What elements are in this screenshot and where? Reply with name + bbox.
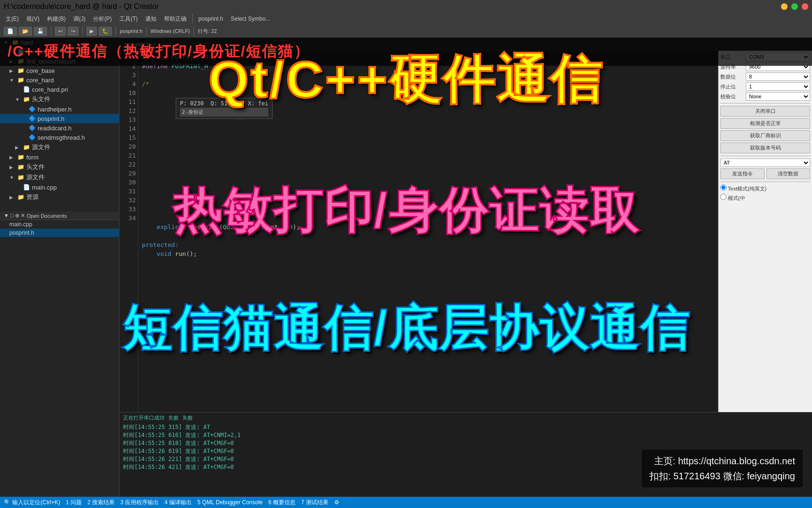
- statusbar-overview[interactable]: 6 概要信息: [268, 499, 296, 507]
- arrow-icon-ch: ▼: [9, 78, 17, 83]
- rp-check-select[interactable]: None: [746, 92, 810, 101]
- menu-file[interactable]: 文(E): [2, 15, 23, 23]
- toolbar-open[interactable]: 📂: [19, 27, 32, 36]
- toolbar-new[interactable]: 📄: [4, 27, 17, 36]
- sidebar-label-headers2: 头文件: [26, 163, 45, 171]
- tab-posprint[interactable]: posprint.h ✕: [119, 38, 163, 50]
- output-line-6: 时间[14:55:26 421] 发送: AT+CMGF=0: [123, 463, 808, 471]
- sidebar-item-hardhelper[interactable]: 🔷 hardhelper.h: [0, 104, 119, 114]
- sidebar-item-readidcard[interactable]: 🔷 readidcard.h: [0, 123, 119, 133]
- status-fail1: 失败: [168, 414, 179, 421]
- maximize-btn[interactable]: [791, 3, 798, 10]
- sidebar-item-sendmsgthread[interactable]: 🔷 sendmsgthread.h: [0, 133, 119, 142]
- open-doc-posprint[interactable]: posprint.h: [0, 229, 119, 237]
- rp-baud-row: 波特率 9600 115200 4800: [720, 63, 810, 71]
- sidebar-item-resources[interactable]: ▶ 📁 资源: [0, 192, 119, 202]
- arrow-icon-src2: ▼: [9, 175, 17, 180]
- sidebar-item-hard[interactable]: ▼ 📁 hard: [0, 38, 119, 47]
- statusbar-search-results[interactable]: 2 搜索结果: [87, 499, 115, 507]
- code-line-21: [142, 196, 714, 205]
- folder-icon-src: 📁: [23, 143, 30, 151]
- rp-stop-select[interactable]: 1: [746, 82, 810, 91]
- menu-symbol[interactable]: Select Symbo...: [227, 16, 274, 22]
- arrow-icon-hdr: ▼: [15, 97, 23, 102]
- tab-bar: posprint.h ✕: [119, 38, 812, 51]
- rp-get-version-btn[interactable]: 获取版本号码: [720, 143, 810, 153]
- rp-send-cmd-btn[interactable]: 发送指令: [720, 168, 765, 179]
- menu-file-open[interactable]: posprint.h: [195, 16, 227, 22]
- menu-build[interactable]: 构建(B): [43, 15, 70, 23]
- editor-area: posprint.h ✕ 1 2 3 4 10 1: [119, 38, 812, 497]
- statusbar-settings-icon[interactable]: ⚙: [334, 499, 339, 506]
- statusbar-app-output[interactable]: 3 应用程序输出: [120, 499, 159, 507]
- rp-check-normal-btn[interactable]: 检测是否正常: [720, 118, 810, 129]
- tab-close-icon[interactable]: ✕: [153, 42, 156, 47]
- code-editor[interactable]: 1 2 3 4 10 11 12 13 14 15 20 2: [119, 51, 718, 412]
- open-docs-icon: ▼ □ ⊕ ✕: [4, 213, 25, 219]
- rp-baud-select[interactable]: 9600 115200 4800: [746, 63, 810, 71]
- sidebar-item-3rd[interactable]: ▶ 📁 3rd_qextserialport: [0, 56, 119, 66]
- folder-icon-hdr2: 📁: [17, 163, 24, 171]
- menu-notify[interactable]: 通知: [141, 15, 160, 23]
- rp-cn-mode-input[interactable]: [720, 194, 726, 200]
- code-line-9: [142, 124, 714, 133]
- statusbar-test[interactable]: 7 测试结果: [301, 499, 328, 507]
- toolbar-save[interactable]: 💾: [34, 27, 47, 36]
- rp-cn-mode-radio[interactable]: 模式(中: [720, 194, 810, 202]
- rp-data-select[interactable]: 8: [746, 72, 810, 81]
- close-btn[interactable]: [802, 3, 808, 10]
- rp-check-row: 校验位 None: [720, 92, 810, 101]
- rp-cn-mode-label: 模式(中: [728, 195, 745, 201]
- code-line-2: #define POSPRINT_H: [142, 62, 714, 71]
- rp-port-select[interactable]: COM3: [746, 53, 810, 61]
- toolbar-redo[interactable]: ↪: [68, 27, 78, 36]
- menu-analyze[interactable]: 分析(P): [89, 15, 116, 23]
- statusbar-qml[interactable]: 5 QML Debugger Console: [197, 499, 263, 506]
- menubar: 文(E) 视(V) 构建(B) 调(J) 分析(P) 工具(T) 通知 帮助正确…: [0, 13, 812, 24]
- menu-help[interactable]: 帮助正确: [160, 15, 190, 23]
- main-layout: ▼ 📁 hard 📄 hard.pro ▶ 📁 3rd_qextserialpo…: [0, 38, 812, 497]
- toolbar-build[interactable]: ▶: [86, 27, 97, 36]
- statusbar: 🔍 输入以定位(Ctrl+K) 1 问题 2 搜索结果 3 应用程序输出 4 编…: [0, 497, 812, 508]
- sidebar-item-core-hard-pri[interactable]: 📄 core_hard.pri: [0, 85, 119, 94]
- right-panel: 串口 COM3 波特率 9600 115200 4800 数据位: [718, 51, 812, 412]
- code-line-11: [142, 142, 714, 151]
- toolbar-sep2: [82, 26, 83, 36]
- rp-text-mode-radio[interactable]: Text模式(纯英文): [720, 184, 810, 192]
- statusbar-compile[interactable]: 4 编译输出: [164, 499, 192, 507]
- code-line-3: [142, 71, 714, 79]
- arrow-icon-hdr2: ▶: [9, 165, 17, 170]
- rp-cmd-select[interactable]: AT SMS: [720, 159, 810, 167]
- sidebar-item-posprint[interactable]: 🔷 posprint.h: [0, 114, 119, 123]
- rp-get-vendor-btn[interactable]: 获取厂商标识: [720, 130, 810, 141]
- code-line-33: void run();: [142, 249, 714, 258]
- rp-text-mode-input[interactable]: [720, 184, 726, 190]
- sidebar-item-headers2[interactable]: ▶ 📁 头文件: [0, 162, 119, 172]
- rp-data-label: 数据位: [720, 73, 744, 80]
- sidebar-item-headers[interactable]: ▼ 📁 头文件: [0, 94, 119, 104]
- toolbar-undo[interactable]: ↩: [55, 27, 66, 36]
- rp-clear-btn[interactable]: 清空数据: [766, 168, 811, 179]
- toolbar: 📄 📂 💾 ↩ ↪ ▶ 🐛 posprint.h Windows (CRLF) …: [0, 24, 812, 38]
- sidebar-item-core-hard[interactable]: ▼ 📁 core_hard: [0, 75, 119, 85]
- toolbar-debug[interactable]: 🐛: [99, 27, 112, 36]
- statusbar-search[interactable]: 🔍 输入以定位(Ctrl+K): [4, 499, 60, 507]
- sidebar-item-maincpp[interactable]: 📄 main.cpp: [0, 183, 119, 192]
- sidebar-item-hard-pro[interactable]: 📄 hard.pro: [0, 47, 119, 56]
- sidebar-item-core-base[interactable]: ▶ 📁 core_base: [0, 66, 119, 75]
- file-icon-hh: 🔷: [28, 105, 36, 113]
- menu-debug[interactable]: 调(J): [70, 15, 89, 23]
- menu-view[interactable]: 视(V): [23, 15, 43, 23]
- rp-text-mode-label: Text模式(纯英文): [728, 186, 767, 191]
- statusbar-problems[interactable]: 1 问题: [66, 499, 82, 507]
- rp-baud-label: 波特率: [720, 64, 744, 71]
- sidebar-item-form[interactable]: ▶ 📁 form: [0, 152, 119, 162]
- menu-tools[interactable]: 工具(T): [116, 15, 141, 23]
- sidebar-item-sources2[interactable]: ▼ 📁 源文件: [0, 172, 119, 183]
- folder-icon-res: 📁: [17, 193, 24, 201]
- minimize-btn[interactable]: [781, 3, 788, 10]
- open-doc-maincpp[interactable]: main.cpp: [0, 220, 119, 229]
- rp-open-port-btn[interactable]: 关闭串口: [720, 106, 810, 117]
- file-icon-rid: 🔷: [28, 124, 36, 132]
- sidebar-item-sources[interactable]: ▶ 📁 源文件: [0, 142, 119, 152]
